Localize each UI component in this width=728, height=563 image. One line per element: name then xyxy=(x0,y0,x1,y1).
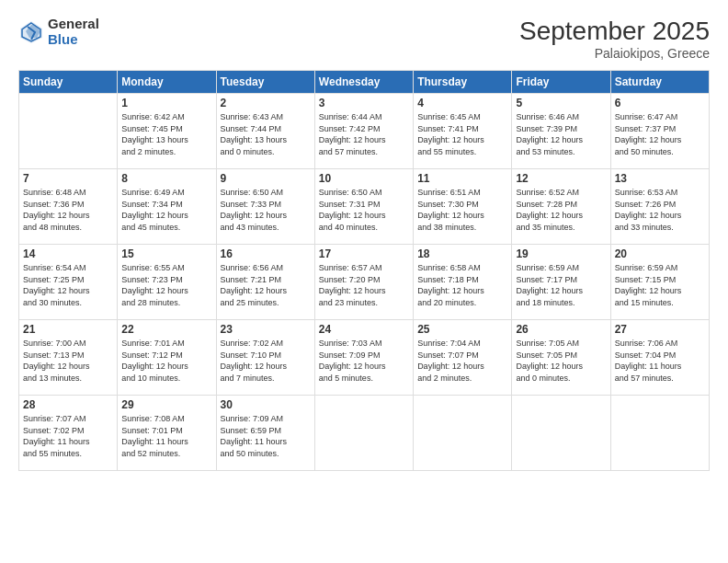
day-info: Sunrise: 7:09 AMSunset: 6:59 PMDaylight:… xyxy=(221,413,311,459)
day-number: 14 xyxy=(23,247,113,260)
calendar-cell: 28Sunrise: 7:07 AMSunset: 7:02 PMDayligh… xyxy=(19,396,118,471)
day-info: Sunrise: 6:53 AMSunset: 7:26 PMDaylight:… xyxy=(615,187,705,233)
day-info: Sunrise: 7:01 AMSunset: 7:12 PMDaylight:… xyxy=(121,338,211,384)
header-sunday: Sunday xyxy=(19,71,118,94)
day-number: 20 xyxy=(615,247,705,260)
day-info: Sunrise: 6:48 AMSunset: 7:36 PMDaylight:… xyxy=(23,187,113,233)
day-number: 26 xyxy=(516,323,606,336)
calendar-cell: 9Sunrise: 6:50 AMSunset: 7:33 PMDaylight… xyxy=(216,169,314,245)
day-info: Sunrise: 7:02 AMSunset: 7:10 PMDaylight:… xyxy=(221,338,311,384)
header-saturday: Saturday xyxy=(610,71,709,94)
day-info: Sunrise: 6:43 AMSunset: 7:44 PMDaylight:… xyxy=(221,111,311,157)
month-title: September 2025 xyxy=(519,17,710,46)
weekday-header-row: Sunday Monday Tuesday Wednesday Thursday… xyxy=(19,71,710,94)
header-friday: Friday xyxy=(512,71,610,94)
day-info: Sunrise: 6:59 AMSunset: 7:17 PMDaylight:… xyxy=(516,262,606,308)
week-row-3: 21Sunrise: 7:00 AMSunset: 7:13 PMDayligh… xyxy=(19,320,710,396)
calendar-cell: 10Sunrise: 6:50 AMSunset: 7:31 PMDayligh… xyxy=(314,169,413,245)
day-info: Sunrise: 6:52 AMSunset: 7:28 PMDaylight:… xyxy=(516,187,606,233)
day-info: Sunrise: 6:44 AMSunset: 7:42 PMDaylight:… xyxy=(319,111,409,157)
calendar-cell: 26Sunrise: 7:05 AMSunset: 7:05 PMDayligh… xyxy=(512,320,610,396)
calendar-cell: 20Sunrise: 6:59 AMSunset: 7:15 PMDayligh… xyxy=(610,245,709,320)
calendar-cell: 27Sunrise: 7:06 AMSunset: 7:04 PMDayligh… xyxy=(610,320,709,396)
calendar-cell: 19Sunrise: 6:59 AMSunset: 7:17 PMDayligh… xyxy=(512,245,610,320)
calendar-page: General Blue September 2025 Palaiokipos,… xyxy=(0,0,728,563)
header-monday: Monday xyxy=(118,71,216,94)
week-row-2: 14Sunrise: 6:54 AMSunset: 7:25 PMDayligh… xyxy=(19,245,710,320)
day-info: Sunrise: 6:59 AMSunset: 7:15 PMDaylight:… xyxy=(615,262,705,308)
location: Palaiokipos, Greece xyxy=(519,46,710,61)
page-header: General Blue September 2025 Palaiokipos,… xyxy=(18,17,710,61)
day-number: 21 xyxy=(23,323,113,336)
day-number: 19 xyxy=(516,247,606,260)
logo-text: General Blue xyxy=(48,17,99,47)
day-number: 2 xyxy=(221,97,311,109)
day-number: 23 xyxy=(221,323,311,336)
calendar-cell xyxy=(314,396,413,471)
day-info: Sunrise: 6:50 AMSunset: 7:33 PMDaylight:… xyxy=(221,187,311,233)
calendar-cell: 13Sunrise: 6:53 AMSunset: 7:26 PMDayligh… xyxy=(610,169,709,245)
day-number: 28 xyxy=(23,398,113,411)
day-info: Sunrise: 7:04 AMSunset: 7:07 PMDaylight:… xyxy=(417,338,507,384)
logo-general: General xyxy=(48,17,99,32)
day-number: 1 xyxy=(121,97,211,109)
calendar-cell: 3Sunrise: 6:44 AMSunset: 7:42 PMDaylight… xyxy=(314,94,413,169)
day-number: 15 xyxy=(121,247,211,260)
day-number: 17 xyxy=(319,247,409,260)
day-info: Sunrise: 6:55 AMSunset: 7:23 PMDaylight:… xyxy=(121,262,211,308)
day-number: 10 xyxy=(319,172,409,185)
calendar-cell: 2Sunrise: 6:43 AMSunset: 7:44 PMDaylight… xyxy=(216,94,314,169)
day-info: Sunrise: 7:00 AMSunset: 7:13 PMDaylight:… xyxy=(23,338,113,384)
day-info: Sunrise: 6:57 AMSunset: 7:20 PMDaylight:… xyxy=(319,262,409,308)
day-number: 4 xyxy=(417,97,507,109)
calendar-cell xyxy=(610,396,709,471)
day-info: Sunrise: 6:42 AMSunset: 7:45 PMDaylight:… xyxy=(121,111,211,157)
day-info: Sunrise: 6:46 AMSunset: 7:39 PMDaylight:… xyxy=(516,111,606,157)
day-info: Sunrise: 6:58 AMSunset: 7:18 PMDaylight:… xyxy=(417,262,507,308)
day-info: Sunrise: 6:56 AMSunset: 7:21 PMDaylight:… xyxy=(221,262,311,308)
day-info: Sunrise: 6:51 AMSunset: 7:30 PMDaylight:… xyxy=(417,187,507,233)
calendar-cell: 7Sunrise: 6:48 AMSunset: 7:36 PMDaylight… xyxy=(19,169,118,245)
header-wednesday: Wednesday xyxy=(314,71,413,94)
day-number: 11 xyxy=(417,172,507,185)
day-number: 7 xyxy=(23,172,113,185)
week-row-0: 1Sunrise: 6:42 AMSunset: 7:45 PMDaylight… xyxy=(19,94,710,169)
day-info: Sunrise: 6:45 AMSunset: 7:41 PMDaylight:… xyxy=(417,111,507,157)
day-info: Sunrise: 7:03 AMSunset: 7:09 PMDaylight:… xyxy=(319,338,409,384)
calendar-cell: 22Sunrise: 7:01 AMSunset: 7:12 PMDayligh… xyxy=(118,320,216,396)
calendar-cell: 8Sunrise: 6:49 AMSunset: 7:34 PMDaylight… xyxy=(118,169,216,245)
day-info: Sunrise: 6:50 AMSunset: 7:31 PMDaylight:… xyxy=(319,187,409,233)
calendar-cell: 11Sunrise: 6:51 AMSunset: 7:30 PMDayligh… xyxy=(414,169,512,245)
day-info: Sunrise: 7:07 AMSunset: 7:02 PMDaylight:… xyxy=(23,413,113,459)
calendar-cell: 24Sunrise: 7:03 AMSunset: 7:09 PMDayligh… xyxy=(314,320,413,396)
logo: General Blue xyxy=(18,17,99,47)
calendar-cell: 29Sunrise: 7:08 AMSunset: 7:01 PMDayligh… xyxy=(118,396,216,471)
day-number: 8 xyxy=(121,172,211,185)
day-number: 12 xyxy=(516,172,606,185)
day-number: 24 xyxy=(319,323,409,336)
calendar-cell: 30Sunrise: 7:09 AMSunset: 6:59 PMDayligh… xyxy=(216,396,314,471)
calendar-cell: 16Sunrise: 6:56 AMSunset: 7:21 PMDayligh… xyxy=(216,245,314,320)
week-row-1: 7Sunrise: 6:48 AMSunset: 7:36 PMDaylight… xyxy=(19,169,710,245)
calendar-cell: 17Sunrise: 6:57 AMSunset: 7:20 PMDayligh… xyxy=(314,245,413,320)
calendar-cell: 5Sunrise: 6:46 AMSunset: 7:39 PMDaylight… xyxy=(512,94,610,169)
calendar-table: Sunday Monday Tuesday Wednesday Thursday… xyxy=(18,70,710,471)
calendar-cell: 1Sunrise: 6:42 AMSunset: 7:45 PMDaylight… xyxy=(118,94,216,169)
calendar-cell: 18Sunrise: 6:58 AMSunset: 7:18 PMDayligh… xyxy=(414,245,512,320)
title-block: September 2025 Palaiokipos, Greece xyxy=(519,17,710,61)
calendar-cell: 6Sunrise: 6:47 AMSunset: 7:37 PMDaylight… xyxy=(610,94,709,169)
calendar-cell: 21Sunrise: 7:00 AMSunset: 7:13 PMDayligh… xyxy=(19,320,118,396)
day-number: 5 xyxy=(516,97,606,109)
logo-blue: Blue xyxy=(48,32,99,48)
logo-icon xyxy=(18,19,44,45)
calendar-cell: 4Sunrise: 6:45 AMSunset: 7:41 PMDaylight… xyxy=(414,94,512,169)
day-info: Sunrise: 7:06 AMSunset: 7:04 PMDaylight:… xyxy=(615,338,705,384)
calendar-cell: 15Sunrise: 6:55 AMSunset: 7:23 PMDayligh… xyxy=(118,245,216,320)
calendar-cell: 12Sunrise: 6:52 AMSunset: 7:28 PMDayligh… xyxy=(512,169,610,245)
calendar-cell: 25Sunrise: 7:04 AMSunset: 7:07 PMDayligh… xyxy=(414,320,512,396)
header-tuesday: Tuesday xyxy=(216,71,314,94)
header-thursday: Thursday xyxy=(414,71,512,94)
day-info: Sunrise: 7:05 AMSunset: 7:05 PMDaylight:… xyxy=(516,338,606,384)
day-info: Sunrise: 6:54 AMSunset: 7:25 PMDaylight:… xyxy=(23,262,113,308)
day-number: 29 xyxy=(121,398,211,411)
